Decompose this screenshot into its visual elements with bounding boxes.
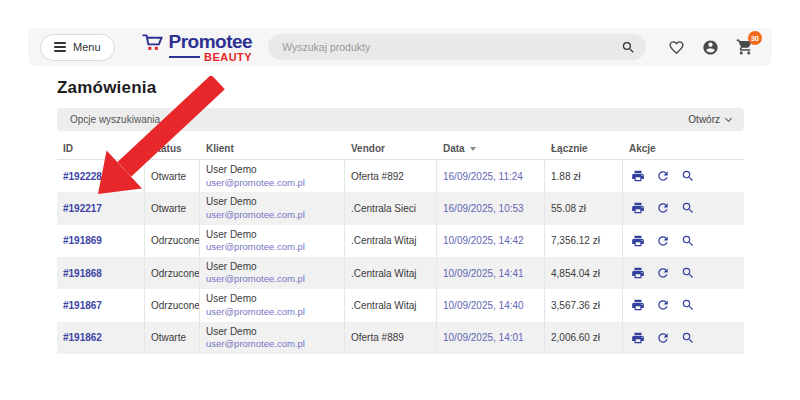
cart-icon[interactable]: 30 <box>736 38 754 56</box>
logo-subtitle: BEAUTY <box>204 52 252 63</box>
client-email-link[interactable]: user@promotee.com.pl <box>206 306 305 319</box>
order-id-link[interactable]: #191868 <box>63 268 102 279</box>
logo-cart-icon <box>141 32 164 57</box>
column-header-klient[interactable]: Klient <box>200 143 345 154</box>
order-status: Odrzucone <box>145 257 200 289</box>
refresh-order-button[interactable] <box>656 169 670 183</box>
logo[interactable]: Promotee BEAUTY <box>141 32 253 63</box>
column-header-data[interactable]: Data <box>437 143 545 154</box>
print-order-button[interactable] <box>631 298 645 312</box>
table-row: #191862 Otwarte User Demo user@promotee.… <box>57 322 744 354</box>
print-order-button[interactable] <box>631 266 645 280</box>
view-order-button[interactable] <box>681 331 695 345</box>
heart-icon[interactable] <box>668 39 685 56</box>
logo-name: Promotee <box>169 32 253 51</box>
refresh-order-button[interactable] <box>656 201 670 215</box>
client-email-link[interactable]: user@promotee.com.pl <box>206 209 305 222</box>
search-input[interactable] <box>282 41 621 53</box>
order-status: Otwarte <box>145 322 200 354</box>
client-email-link[interactable]: user@promotee.com.pl <box>206 177 305 190</box>
order-total: 7,356.12 zł <box>545 225 623 257</box>
orders-table-header: ID Status Klient Vendor Data Łącznie Akc… <box>57 138 744 160</box>
client-email-link[interactable]: user@promotee.com.pl <box>206 241 305 254</box>
order-vendor: .Centrala Witaj <box>345 289 437 321</box>
order-total: 1.88 zł <box>545 160 623 192</box>
table-row: #191869 Odrzucone User Demo user@promote… <box>57 225 744 257</box>
print-order-button[interactable] <box>631 331 645 345</box>
main-content: Zamówienia Opcje wyszukiwania Otwórz ID … <box>57 78 744 354</box>
orders-table: ID Status Klient Vendor Data Łącznie Akc… <box>57 138 744 354</box>
client-name: User Demo <box>206 163 257 177</box>
client-email-link[interactable]: user@promotee.com.pl <box>206 338 305 351</box>
column-header-status[interactable]: Status <box>145 143 200 154</box>
app-window: Menu Promotee BEAUTY <box>0 0 800 400</box>
view-order-button[interactable] <box>681 169 695 183</box>
order-vendor: .Centrala Witaj <box>345 225 437 257</box>
sort-desc-icon <box>470 147 476 151</box>
order-total: 2,006.60 zł <box>545 322 623 354</box>
order-vendor: .Centrala Witaj <box>345 257 437 289</box>
print-order-button[interactable] <box>631 234 645 248</box>
client-name: User Demo <box>206 195 257 209</box>
order-date-link[interactable]: 10/09/2025, 14:40 <box>443 300 524 311</box>
print-order-button[interactable] <box>631 169 645 183</box>
column-header-lacznie[interactable]: Łącznie <box>545 143 623 154</box>
order-id-link[interactable]: #192228 <box>63 171 102 182</box>
order-id-link[interactable]: #191869 <box>63 235 102 246</box>
client-name: User Demo <box>206 325 257 339</box>
view-order-button[interactable] <box>681 298 695 312</box>
search-bar <box>268 34 646 60</box>
order-total: 55.08 zł <box>545 192 623 224</box>
order-status: Odrzucone <box>145 289 200 321</box>
table-row: #191867 Odrzucone User Demo user@promote… <box>57 289 744 321</box>
refresh-order-button[interactable] <box>656 234 670 248</box>
order-id-link[interactable]: #191862 <box>63 332 102 343</box>
menu-button-label: Menu <box>73 41 101 53</box>
client-name: User Demo <box>206 260 257 274</box>
order-vendor: .Centrala Sieci <box>345 192 437 224</box>
order-id-link[interactable]: #191867 <box>63 300 102 311</box>
order-status: Otwarte <box>145 192 200 224</box>
order-date-link[interactable]: 10/09/2025, 14:41 <box>443 268 524 279</box>
client-email-link[interactable]: user@promotee.com.pl <box>206 273 305 286</box>
account-icon[interactable] <box>702 39 719 56</box>
table-row: #192228 Otwarte User Demo user@promotee.… <box>57 160 744 192</box>
search-options-bar[interactable]: Opcje wyszukiwania Otwórz <box>57 108 744 131</box>
topbar: Menu Promotee BEAUTY <box>28 28 772 66</box>
client-name: User Demo <box>206 292 257 306</box>
table-row: #192217 Otwarte User Demo user@promotee.… <box>57 192 744 224</box>
page-title: Zamówienia <box>57 78 744 98</box>
refresh-order-button[interactable] <box>656 298 670 312</box>
order-vendor: Oferta #889 <box>345 322 437 354</box>
view-order-button[interactable] <box>681 234 695 248</box>
search-options-label: Opcje wyszukiwania <box>70 114 160 125</box>
refresh-order-button[interactable] <box>656 266 670 280</box>
order-date-link[interactable]: 10/09/2025, 14:42 <box>443 235 524 246</box>
refresh-order-button[interactable] <box>656 331 670 345</box>
column-header-vendor[interactable]: Vendor <box>345 143 437 154</box>
cart-badge: 30 <box>748 31 762 45</box>
print-order-button[interactable] <box>631 201 645 215</box>
order-date-link[interactable]: 10/09/2025, 14:01 <box>443 332 524 343</box>
column-header-akcje: Akcje <box>623 143 744 154</box>
view-order-button[interactable] <box>681 201 695 215</box>
order-status: Otwarte <box>145 160 200 192</box>
search-icon[interactable] <box>621 40 636 55</box>
order-status: Odrzucone <box>145 225 200 257</box>
order-total: 3,567.36 zł <box>545 289 623 321</box>
client-name: User Demo <box>206 228 257 242</box>
menu-button[interactable]: Menu <box>40 34 115 61</box>
search-options-toggle[interactable]: Otwórz <box>688 114 731 125</box>
view-order-button[interactable] <box>681 266 695 280</box>
chevron-down-icon <box>725 115 732 122</box>
hamburger-icon <box>54 42 66 52</box>
table-row: #191868 Odrzucone User Demo user@promote… <box>57 257 744 289</box>
order-id-link[interactable]: #192217 <box>63 203 102 214</box>
logo-underline <box>169 56 200 58</box>
order-date-link[interactable]: 16/09/2025, 10:53 <box>443 203 524 214</box>
order-total: 4,854.04 zł <box>545 257 623 289</box>
column-header-id[interactable]: ID <box>57 143 145 154</box>
order-date-link[interactable]: 16/09/2025, 11:24 <box>443 171 523 182</box>
orders-table-body: #192228 Otwarte User Demo user@promotee.… <box>57 160 744 354</box>
order-vendor: Oferta #892 <box>345 160 437 192</box>
